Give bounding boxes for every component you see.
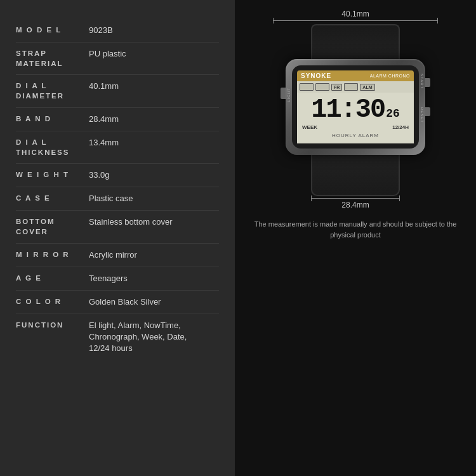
watch-week: WEEK [302,124,317,130]
spec-label: BOTTOM COVER [16,216,89,237]
spec-row: C O L O RGolden Black Silver [16,291,219,314]
spec-value: Teenagers [89,273,219,284]
spec-label: C A S E [16,193,89,203]
spec-row: BOTTOM COVERStainless bottom cover [16,211,219,243]
watch-label-reset: RESET [420,107,424,123]
measurement-note: The measurement is made manually and sho… [235,213,476,246]
spec-label: FUNCTION [16,320,89,330]
watch-subinfo: WEEK 12/24H [302,123,409,131]
spec-label: A G E [16,273,89,283]
spec-value: PU plastic [89,48,219,60]
spec-value: Plastic case [89,193,219,204]
spec-row: C A S EPlastic case [16,187,219,211]
spec-label: B A N D [16,114,89,124]
dimension-top: 40.1mm [273,10,438,21]
spec-row: D I A L THICKNESS13.4mm [16,131,219,164]
dim-top-label: 40.1mm [341,10,369,18]
watch-24h: 12/24H [392,124,409,130]
spec-label: D I A L DIAMETER [16,81,89,101]
watch-indicators: FR ALM [297,81,414,93]
indicator-box-2 [315,83,329,91]
spec-value: 9023B [89,25,219,36]
spec-row: B A N D28.4mm [16,108,219,131]
spec-value: 40.1mm [89,81,219,92]
product-image-panel: 40.1mm LIGHT START RESET SYNOKE ALARM CH… [235,0,476,476]
dim-top-line [273,20,438,21]
watch-time-row: 11:30 26 [311,96,400,123]
spec-label: STRAP MATERIAL [16,48,89,69]
spec-value: 33.0g [89,169,219,181]
spec-row: A G ETeenagers [16,267,219,291]
spec-value: Stainless bottom cover [89,216,219,228]
spec-label: C O L O R [16,296,89,307]
watch-display: 11:30 26 WEEK 12/24H HOURLY ALARM [297,93,414,143]
spec-value: Acrylic mirror [89,249,219,261]
spec-row: D I A L DIAMETER40.1mm [16,75,219,107]
watch-alarm-chrono: ALARM CHRONO [370,74,410,78]
watch-label-start: START [420,74,424,89]
watch-hourly-alarm: HOURLY ALARM [332,133,379,138]
spec-value: 28.4mm [89,114,219,125]
specs-panel: M O D E L9023BSTRAP MATERIALPU plasticD … [0,0,235,476]
indicator-box-3 [344,83,358,91]
watch-button-right-bottom [425,107,430,116]
watch-strap-bottom [311,155,400,196]
spec-row: M I R R O RAcrylic mirror [16,244,219,267]
indicator-box-1 [300,83,314,91]
dim-bottom-label: 28.4mm [341,201,369,209]
watch-seconds: 26 [386,108,400,119]
spec-label: D I A L THICKNESS [16,137,89,157]
spec-label: M O D E L [16,25,89,35]
watch-brand-bar: SYNOKE ALARM CHRONO [297,70,414,81]
spec-row: FUNCTIONEl light, Alarm, NowTime, Chrono… [16,314,219,360]
watch-case: LIGHT START RESET SYNOKE ALARM CHRONO FR… [286,59,425,155]
spec-label: M I R R O R [16,249,89,260]
spec-value: 13.4mm [89,137,219,149]
watch-body: SYNOKE ALARM CHRONO FR ALM 11:30 26 [292,65,419,149]
spec-row: M O D E L9023B [16,19,219,43]
spec-value: El light, Alarm, NowTime, Chronograph, W… [89,320,219,355]
spec-row: STRAP MATERIALPU plastic [16,43,219,75]
indicator-alm: ALM [360,84,374,91]
watch-brand-name: SYNOKE [301,72,331,79]
watch-strap-top [311,24,400,59]
indicator-fr: FR [331,84,342,91]
spec-value: Golden Black Silver [89,296,219,308]
dim-bottom-line [311,198,400,199]
spec-label: W E I G H T [16,169,89,180]
dimension-bottom: 28.4mm [273,198,438,209]
watch-image: LIGHT START RESET SYNOKE ALARM CHRONO FR… [270,24,441,196]
spec-row: W E I G H T33.0g [16,164,219,187]
watch-time: 11:30 [311,96,385,123]
watch-button-right-top [425,78,430,87]
watch-button-left [281,88,286,99]
watch-label-light: LIGHT [287,88,291,102]
